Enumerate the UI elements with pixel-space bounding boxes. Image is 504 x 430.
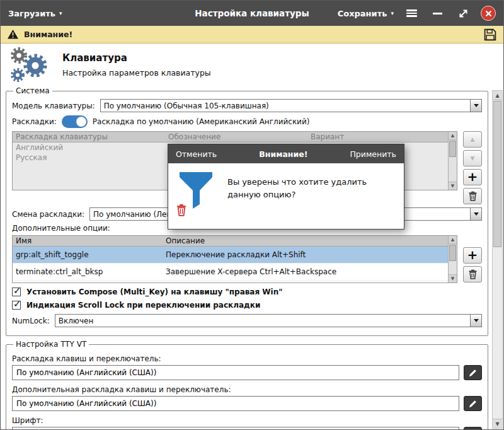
delete-option-button[interactable]: [463, 266, 482, 282]
scroll-lock-indicator-label: Индикация Scroll Lock при переключении р…: [26, 301, 260, 310]
warning-text: Внимание!: [24, 30, 72, 39]
move-up-button[interactable]: ▲: [463, 131, 482, 148]
toggle-knob: [76, 117, 86, 127]
page-title: Клавиатура: [62, 52, 211, 64]
scroll-up-icon[interactable]: ▲: [449, 132, 457, 140]
tty-extra-layout-label: Дополнительная раскладка клавиш и перекл…: [12, 385, 482, 394]
check-icon: ✓: [13, 298, 21, 310]
default-layout-toggle[interactable]: [62, 115, 88, 128]
caret-down-icon: ▾: [59, 11, 62, 16]
tty-layout-field[interactable]: По умолчанию (Английский (США)): [12, 365, 459, 380]
tty-section-legend: Настройка TTY VT: [13, 340, 89, 349]
edit-tty-extra-layout-button[interactable]: [464, 396, 482, 411]
scrollbar-thumb[interactable]: [449, 245, 456, 261]
load-button-label: Загрузить: [8, 9, 55, 18]
compose-key-checkbox[interactable]: ✓: [12, 288, 21, 296]
gears-icon: [8, 47, 50, 83]
add-layout-button[interactable]: +: [463, 169, 482, 185]
scroll-down-icon[interactable]: ▼: [493, 419, 502, 428]
save-button-label: Сохранить: [338, 9, 387, 18]
tty-extra-layout-value: По умолчанию (Английский (США)): [16, 399, 156, 408]
column-header: Описание: [163, 236, 448, 246]
delete-trash-icon: [176, 204, 187, 216]
dropdown-arrow-icon: [470, 208, 481, 220]
keyboard-model-value: По умолчанию (Обычная 105-клавишная): [104, 102, 269, 110]
column-header: Имя: [13, 236, 163, 246]
options-table-actions: +: [463, 235, 482, 282]
numlock-label: NumLock:: [12, 317, 50, 325]
page-header: Клавиатура Настройка параметров клавиату…: [1, 44, 503, 86]
main-scrollbar[interactable]: ▲ ▼: [492, 90, 503, 429]
maximize-button[interactable]: [455, 5, 471, 21]
titlebar-actions: Сохранить ▾: [338, 5, 496, 21]
page-subtitle: Настройка параметров клавиатуры: [62, 68, 211, 78]
edit-tty-font-button[interactable]: [464, 427, 482, 430]
layouts-table-header: Раскладка клавиатуры Обозначение Вариант: [13, 132, 457, 142]
tty-extra-layout-field[interactable]: По умолчанию (Английский (США)): [12, 396, 459, 411]
scroll-up-icon[interactable]: ▲: [449, 236, 457, 244]
menu-button[interactable]: [403, 5, 420, 21]
move-down-button[interactable]: ▼: [463, 150, 482, 166]
quick-save-button[interactable]: [483, 28, 497, 42]
window-title: Настройка клавиатуры: [195, 8, 309, 18]
layouts-table-actions: ▲ ▼ +: [463, 131, 482, 204]
column-header: Обозначение: [165, 132, 307, 142]
dialog-title: Внимание!: [259, 149, 307, 159]
keyboard-settings-window: Загрузить ▾ Настройка клавиатуры Сохрани…: [0, 0, 504, 430]
scroll-lock-indicator-checkbox[interactable]: ✓: [12, 301, 21, 310]
numlock-value: Включен: [59, 317, 94, 325]
edit-tty-layout-button[interactable]: [464, 365, 482, 380]
table-row-selected[interactable]: grp:alt_shift_toggle Переключение раскла…: [13, 247, 457, 264]
caret-down-icon: ▾: [391, 11, 394, 16]
table-row[interactable]: terminate:ctrl_alt_bksp Завершение X-сер…: [13, 264, 457, 281]
titlebar: Загрузить ▾ Настройка клавиатуры Сохрани…: [1, 1, 503, 26]
scrollbar-thumb[interactable]: [493, 101, 501, 247]
tty-font-field[interactable]: По умолчанию (Европейская латинская): [12, 427, 459, 430]
trash-icon: [468, 191, 478, 201]
load-button[interactable]: Загрузить ▾: [8, 9, 62, 18]
scrollbar-thumb[interactable]: [449, 141, 456, 157]
keyboard-model-select[interactable]: По умолчанию (Обычная 105-клавишная): [100, 99, 482, 112]
cell-layout: Русская: [13, 153, 165, 162]
dialog-body: Вы уверены что хотите удалить данную опц…: [168, 163, 404, 229]
layouts-toggle-text: Раскладка по умолчанию (Американский Анг…: [93, 117, 310, 126]
tty-section: Настройка TTY VT Раскладка клавиш и пере…: [6, 340, 488, 430]
options-table: Имя Описание grp:alt_shift_toggle Перекл…: [12, 235, 457, 283]
cell-option-description: Переключение раскладки Alt+Shift: [163, 250, 457, 259]
extra-options-label: Дополнительные опции:: [12, 224, 110, 233]
tty-layout-value: По умолчанию (Английский (США)): [16, 368, 156, 377]
pencil-icon: [468, 399, 478, 409]
numlock-select[interactable]: Включен: [55, 314, 482, 327]
delete-layout-button[interactable]: [463, 188, 482, 204]
layouts-table-scrollbar[interactable]: ▲ ▼: [448, 132, 457, 190]
cell-option-name: grp:alt_shift_toggle: [13, 250, 163, 259]
dialog-header: Отменить Внимание! Применить: [168, 144, 404, 163]
scroll-down-icon[interactable]: ▼: [449, 182, 457, 190]
dialog-cancel-button[interactable]: Отменить: [176, 149, 217, 159]
dialog-apply-button[interactable]: Применить: [350, 149, 396, 159]
tty-font-label: Шрифт:: [12, 416, 482, 425]
dropdown-arrow-icon: [470, 315, 481, 327]
keyboard-model-label: Модель клавиатуры:: [12, 102, 95, 110]
confirm-delete-dialog: Отменить Внимание! Применить Вы уверены …: [168, 144, 404, 230]
column-header: Вариант: [307, 132, 448, 142]
cell-option-name: terminate:ctrl_alt_bksp: [13, 267, 163, 276]
pencil-icon: [468, 368, 478, 378]
minimize-button[interactable]: [429, 5, 445, 21]
scroll-down-icon[interactable]: ▼: [449, 274, 457, 282]
add-option-button[interactable]: +: [463, 247, 482, 264]
save-button[interactable]: Сохранить ▾: [338, 9, 394, 18]
warning-bar: Внимание!: [1, 26, 503, 44]
cell-option-description: Завершение X-сервера Ctrl+Alt+Backspace: [163, 267, 457, 276]
scroll-up-icon[interactable]: ▲: [493, 91, 502, 100]
hamburger-icon: [406, 8, 417, 18]
floppy-disk-icon: [483, 28, 497, 42]
close-icon: [485, 10, 492, 17]
column-header: Раскладка клавиатуры: [13, 132, 165, 142]
options-table-scrollbar[interactable]: ▲ ▼: [448, 236, 457, 282]
close-button[interactable]: [481, 6, 496, 21]
cell-layout: Английский: [13, 143, 165, 152]
dialog-message: Вы уверены что хотите удалить данную опц…: [227, 171, 394, 200]
minimize-icon: [433, 13, 442, 15]
system-section-legend: Система: [13, 86, 52, 95]
